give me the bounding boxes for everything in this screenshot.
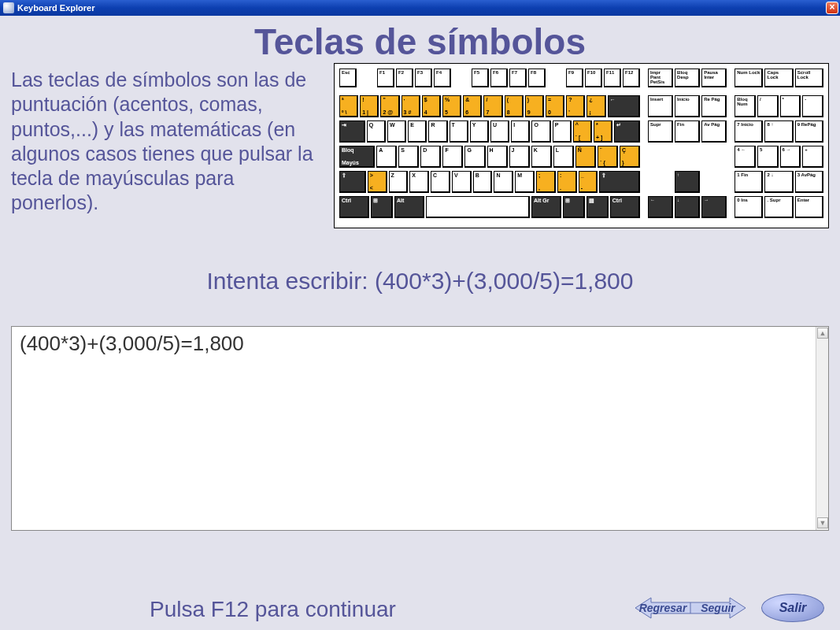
key-pausainter: Pausa Inter <box>701 69 727 87</box>
key-: *+ ] <box>594 120 612 143</box>
key-: /7 <box>483 95 502 117</box>
key-k: K <box>531 146 552 168</box>
key-f1: F1 <box>377 69 394 87</box>
key-7inicio: 7 Inicio <box>735 120 763 143</box>
key-c: C <box>431 171 450 193</box>
key-capslock: Caps Lock <box>764 69 793 87</box>
key-x: X <box>409 171 429 193</box>
key-f: F <box>442 146 463 168</box>
key-f11: F11 <box>604 69 621 87</box>
key-: ·3 # <box>401 95 420 117</box>
keyboard-diagram: EscF1F2F3F4F5F6F7F8F9F10F11F12 ªº \!1 |"… <box>334 63 829 228</box>
key-: ªº \ <box>339 95 358 117</box>
description-text: Las teclas de símbolos son las de puntua… <box>11 63 326 216</box>
next-button[interactable]: Seguir <box>690 596 746 620</box>
key-: ;, <box>536 171 556 193</box>
scrollbar[interactable]: ▲ ▼ <box>816 327 828 530</box>
key-alt: Alt <box>394 196 424 218</box>
key-1fin: 1 Fin <box>735 171 763 193</box>
key-s: S <box>398 146 419 168</box>
key-: %5 <box>442 95 461 117</box>
key-bloqnum: Bloq Num <box>735 95 756 117</box>
typing-input[interactable]: (400*3)+(3,000/5)=1,800 ▲ ▼ <box>11 326 829 531</box>
key-o: O <box>531 120 550 143</box>
close-button[interactable]: × <box>826 2 838 14</box>
key-g: G <box>464 146 485 168</box>
back-button[interactable]: Regresar <box>635 596 690 620</box>
key-z: Z <box>389 171 409 193</box>
window-title: Keyboard Explorer <box>17 3 94 13</box>
key-j: J <box>509 146 530 168</box>
exit-button-label: Salir <box>779 601 807 615</box>
key-altgr: Alt Gr <box>531 196 561 218</box>
key-numlock: Num Lock <box>735 69 763 87</box>
key-: &6 <box>463 95 482 117</box>
key-v: V <box>452 171 472 193</box>
key-inicio: Inicio <box>675 95 700 117</box>
key-: ↑ <box>675 171 700 193</box>
key-: _- <box>579 171 598 193</box>
exit-button[interactable]: Salir <box>761 594 824 622</box>
key-f2: F2 <box>396 69 413 87</box>
key-y: Y <box>470 120 489 143</box>
key-f12: F12 <box>623 69 640 87</box>
key-f9: F9 <box>566 69 583 87</box>
key-esc: Esc <box>339 69 357 87</box>
key-f5: F5 <box>472 69 489 87</box>
key-: ⊞ <box>371 196 393 218</box>
window-titlebar: Keyboard Explorer × <box>0 0 840 16</box>
key-4: 4 ← <box>735 146 756 168</box>
scroll-down-icon[interactable]: ▼ <box>817 517 828 528</box>
key-: ▤ <box>587 196 609 218</box>
next-button-label: Seguir <box>701 602 735 614</box>
key-ctrl: Ctrl <box>610 196 640 218</box>
key-q: Q <box>367 120 386 143</box>
key-: ^` [ <box>573 120 592 143</box>
key-insert: Insert <box>648 95 673 117</box>
key-scrolllock: Scroll Lock <box>795 69 823 87</box>
key-d: D <box>420 146 441 168</box>
key-bloq: BloqMayús <box>339 146 375 168</box>
key-: ⊞ <box>563 196 585 218</box>
back-button-label: Regresar <box>639 602 687 614</box>
key-: ⇧ <box>339 171 366 193</box>
scroll-up-icon[interactable]: ▲ <box>817 328 828 339</box>
key-r: R <box>428 120 447 143</box>
key-: ← <box>648 196 673 218</box>
key-0ins: 0 Ins <box>735 196 763 218</box>
key-imprpantpetsis: Impr Pant PetSis <box>648 69 673 87</box>
key-2: 2 ↓ <box>764 171 793 193</box>
key-l: L <box>553 146 574 168</box>
key-a: A <box>376 146 397 168</box>
key-: $4 <box>422 95 441 117</box>
key-f4: F4 <box>434 69 451 87</box>
key-: - <box>802 95 823 117</box>
key-w: W <box>387 120 406 143</box>
key-: >< <box>368 171 387 193</box>
key-: ↵ <box>614 120 640 143</box>
key-p: P <box>553 120 572 143</box>
key-avpg: Av Pág <box>701 120 727 143</box>
key-5: 5 <box>757 146 779 168</box>
key-repg: Re Pág <box>701 95 727 117</box>
key-t: T <box>450 120 468 143</box>
key-supr: . Supr <box>764 196 793 218</box>
key-: !1 | <box>360 95 379 117</box>
key-: + <box>802 146 823 168</box>
key-b: B <box>473 171 493 193</box>
key-: ?' <box>566 95 585 117</box>
key-9repg: 9 RePág <box>795 120 823 143</box>
key-f7: F7 <box>509 69 527 87</box>
prompt-text: Intenta escribir: (400*3)+(3,000/5)=1,80… <box>0 268 840 295</box>
key-m: M <box>515 171 535 193</box>
key-3avpg: 3 AvPág <box>795 171 823 193</box>
key-u: U <box>490 120 509 143</box>
key-: * <box>780 95 801 117</box>
key-f10: F10 <box>585 69 602 87</box>
key-: "2 @ <box>380 95 399 117</box>
key-: / <box>757 95 779 117</box>
app-icon <box>3 2 14 13</box>
key-bloqdesp: Bloq Desp <box>675 69 700 87</box>
key-h: H <box>487 146 508 168</box>
key-: → <box>701 196 727 218</box>
